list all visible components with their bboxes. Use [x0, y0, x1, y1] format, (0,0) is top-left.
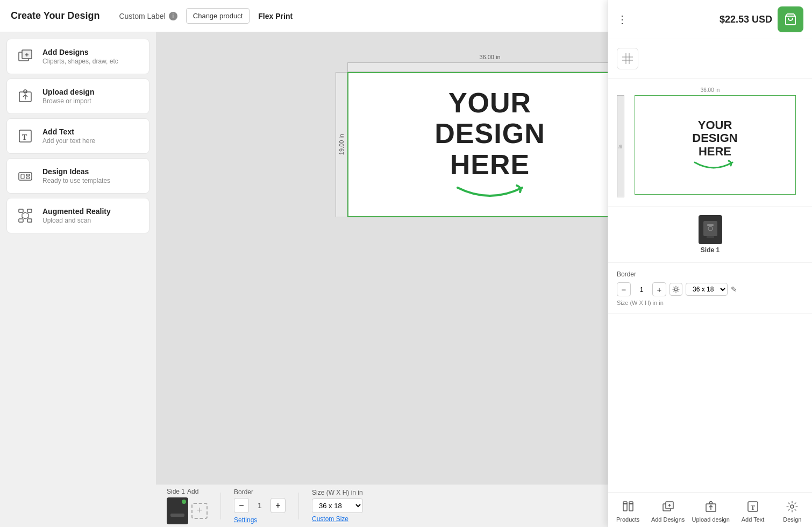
border-value: 1	[251, 501, 268, 510]
add-side-button[interactable]: +	[191, 503, 208, 519]
border-label: Border	[234, 488, 286, 496]
main-area: Add Designs Cliparts, shapes, draw, etc …	[0, 32, 812, 527]
svg-rect-14	[19, 219, 23, 222]
rp-border-label: Border	[617, 270, 636, 278]
right-panel: ⋮ $22.53 USD 36.00 in	[608, 32, 812, 527]
svg-rect-15	[27, 219, 32, 222]
info-icon[interactable]: i	[169, 12, 177, 20]
custom-size-link[interactable]: Custom Size	[312, 515, 363, 523]
edit-icon[interactable]: ✎	[731, 285, 737, 294]
border-decrease-button[interactable]: −	[234, 498, 249, 513]
canvas-row: for(var j=0;j<=270;j+=27){document.curre…	[336, 72, 632, 217]
nav-item-add-designs[interactable]: Add Designs	[651, 499, 685, 523]
preview-canvas[interactable]: YOUR DESIGN HERE	[635, 95, 796, 195]
nav-add-designs-label: Add Designs	[651, 516, 685, 523]
change-product-button[interactable]: Change product	[186, 8, 250, 24]
add-text-icon: T	[16, 126, 35, 146]
ruler-width-label: 36.00 in	[479, 54, 500, 60]
svg-rect-12	[19, 209, 23, 212]
add-designs-sub: Cliparts, shapes, draw, etc	[42, 58, 118, 65]
sidebar-item-add-designs[interactable]: Add Designs Cliparts, shapes, draw, etc	[6, 39, 149, 74]
ruler-left: for(var j=0;j<=270;j+=27){document.curre…	[336, 72, 347, 217]
custom-label-text: Custom Label	[119, 12, 165, 20]
add-text-title: Add Text	[42, 127, 95, 136]
nav-item-products[interactable]: Products	[612, 499, 644, 523]
svg-rect-29	[707, 236, 714, 238]
right-panel-controls: Border − 1 + 36 x 18 24 x 12 ✎ Size (	[608, 263, 812, 314]
upload-design-sub: Browse or import	[42, 97, 94, 105]
upload-design-title: Upload design	[42, 88, 94, 96]
right-panel-side-section: Side 1	[608, 206, 812, 263]
divider2	[298, 493, 299, 519]
svg-point-42	[709, 502, 712, 504]
preview-ruler-label: 36.00 in	[617, 87, 803, 93]
right-side-thumb[interactable]	[699, 215, 722, 244]
size-label: Size (W X H) in in	[312, 489, 363, 496]
nav-design-label: Design	[783, 516, 801, 523]
border-increase-button[interactable]: +	[270, 498, 286, 513]
add-designs-title: Add Designs	[42, 48, 118, 56]
augmented-reality-title: Augmented Reality	[42, 207, 111, 216]
svg-point-32	[675, 288, 678, 291]
rp-size-select[interactable]: 36 x 18 24 x 12	[686, 283, 728, 296]
nav-item-add-text[interactable]: T Add Text	[737, 499, 769, 523]
nav-upload-icon	[703, 499, 718, 514]
sidebar-item-upload-design[interactable]: Upload design Browse or import	[6, 79, 149, 114]
nav-design-icon	[785, 499, 800, 514]
side-active-dot	[182, 500, 186, 504]
right-panel-preview: 36.00 in in YOUR DESIGN HERE	[608, 79, 812, 206]
right-panel-bottom-nav: Products Add Designs	[608, 492, 812, 527]
augmented-reality-icon	[16, 206, 35, 225]
svg-point-5	[24, 90, 27, 93]
preview-amazon-smile-icon	[692, 159, 737, 171]
right-side-label: Side 1	[701, 246, 720, 254]
border-control: Border − 1 + Settings	[234, 488, 286, 524]
sidebar-item-augmented-reality[interactable]: Augmented Reality Upload and scan	[6, 198, 149, 233]
ruler-height-label: 19.00 in	[338, 134, 345, 155]
nav-item-upload-design[interactable]: Upload design	[692, 499, 730, 523]
rp-border-row: Border	[617, 270, 803, 278]
add-label: Add	[187, 488, 198, 495]
rp-border-increase[interactable]: +	[652, 282, 666, 296]
nav-add-designs-icon	[660, 499, 675, 514]
svg-rect-34	[629, 503, 633, 511]
design-line1: YOUR	[435, 88, 545, 118]
svg-rect-33	[623, 503, 627, 511]
augmented-reality-sub: Upload and scan	[42, 217, 111, 224]
products-icon	[621, 499, 636, 514]
side-selector: Side 1 Add +	[167, 488, 208, 524]
sidebar: Add Designs Cliparts, shapes, draw, etc …	[0, 32, 156, 527]
nav-upload-label: Upload design	[692, 516, 730, 523]
svg-rect-9	[21, 174, 24, 179]
size-select[interactable]: 36 x 18 24 x 12 48 x 24	[312, 498, 363, 513]
side-thumb-bottom	[170, 514, 184, 517]
settings-link[interactable]: Settings	[234, 516, 286, 524]
svg-rect-35	[623, 502, 627, 504]
design-canvas[interactable]: YOUR DESIGN HERE	[347, 72, 632, 217]
design-canvas-inner: YOUR DESIGN HERE	[435, 88, 545, 202]
right-grid-button[interactable]	[617, 48, 638, 69]
add-designs-icon	[16, 47, 35, 66]
border-qty-control: − 1 +	[234, 498, 286, 513]
gear-icon[interactable]	[669, 283, 682, 296]
svg-rect-11	[26, 177, 30, 179]
side-1-thumb[interactable]	[167, 497, 188, 524]
design-ideas-title: Design Ideas	[42, 167, 110, 176]
sidebar-item-design-ideas[interactable]: Design Ideas Ready to use templates	[6, 158, 149, 194]
preview-canvas-inner: YOUR DESIGN HERE	[692, 119, 737, 171]
svg-rect-10	[26, 174, 30, 176]
preview-left-ruler: in	[617, 95, 624, 197]
sidebar-item-add-text[interactable]: T Add Text Add your text here	[6, 118, 149, 154]
rp-border-decrease[interactable]: −	[617, 282, 631, 296]
nav-item-design[interactable]: Design	[776, 499, 808, 523]
canvas-container: 36.00 in for(var i=0;i<=530;i+=26){docum…	[336, 54, 632, 217]
nav-add-text-label: Add Text	[742, 516, 765, 523]
nav-products-label: Products	[616, 516, 639, 523]
amazon-smile-icon	[452, 182, 528, 202]
nav-add-text-icon: T	[745, 499, 760, 514]
flex-print-label: Flex Print	[258, 12, 293, 20]
size-control: Size (W X H) in in 36 x 18 24 x 12 48 x …	[312, 489, 363, 523]
design-ideas-sub: Ready to use templates	[42, 177, 110, 184]
svg-text:T: T	[751, 504, 755, 511]
svg-point-45	[790, 505, 794, 508]
